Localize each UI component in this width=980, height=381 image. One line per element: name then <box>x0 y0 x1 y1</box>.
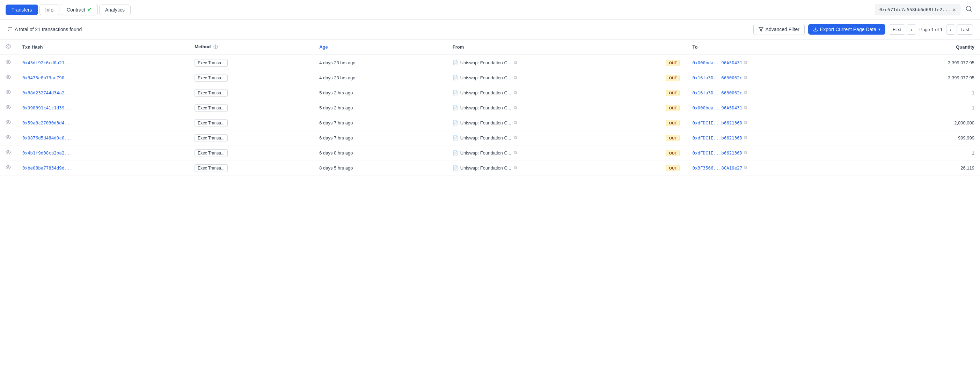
copy-to-icon[interactable]: ⧉ <box>744 120 748 125</box>
to-address-link[interactable]: 0x000bda...96A5D431 <box>692 60 742 65</box>
from-address: Uniswap: Foundation C... <box>460 135 511 140</box>
eye-icon[interactable] <box>6 135 11 141</box>
eye-icon[interactable] <box>6 90 11 96</box>
row-method-cell: Exec Transa... <box>189 55 313 70</box>
last-page-button[interactable]: Last <box>956 24 973 35</box>
txn-hash-link[interactable]: 0x43df92c6cd0a21... <box>22 60 72 65</box>
top-nav: Transfers Info Contract ✔ Analytics 0xe5… <box>0 0 980 19</box>
eye-icon[interactable] <box>6 105 11 111</box>
tab-analytics[interactable]: Analytics <box>99 5 130 15</box>
tab-contract[interactable]: Contract ✔ <box>61 4 98 15</box>
copy-icon[interactable]: ⧉ <box>514 75 517 80</box>
tab-transfers[interactable]: Transfers <box>6 5 38 15</box>
copy-icon[interactable]: ⧉ <box>514 165 517 170</box>
address-badge: 0xe571dc7a558bb6d68ffe2... × <box>875 4 961 15</box>
copy-icon[interactable]: ⧉ <box>514 105 517 110</box>
txn-hash-link[interactable]: 0x0876d5d484d0c0... <box>22 135 72 140</box>
txn-hash-link[interactable]: 0x4b1f9d08cb2ba2... <box>22 150 72 156</box>
copy-to-icon[interactable]: ⧉ <box>744 105 748 110</box>
row-age-cell: 5 days 2 hrs ago <box>313 100 447 115</box>
copy-to-icon[interactable]: ⧉ <box>744 60 748 65</box>
svg-point-8 <box>8 62 9 63</box>
eye-icon[interactable] <box>6 120 11 126</box>
svg-point-11 <box>8 107 9 108</box>
tab-info[interactable]: Info <box>40 5 59 15</box>
transactions-table-container: Txn Hash Method ⓘ Age From To <box>0 40 980 175</box>
txn-hash-link[interactable]: 0x998891c41c1d39... <box>22 105 72 110</box>
document-icon: 📄 <box>453 165 458 171</box>
advanced-filter-button[interactable]: Advanced Filter <box>753 24 805 35</box>
row-eye-cell <box>0 131 17 145</box>
first-page-button[interactable]: First <box>889 24 905 35</box>
address-text: 0xe571dc7a558bb6d68ffe2... <box>880 7 951 12</box>
copy-icon[interactable]: ⧉ <box>514 90 517 95</box>
transactions-summary-area: A total of 21 transactions found <box>7 26 82 33</box>
from-address: Uniswap: Foundation C... <box>460 165 511 171</box>
copy-to-icon[interactable]: ⧉ <box>744 150 748 155</box>
row-from-cell: 📄 Uniswap: Foundation C... ⧉ <box>447 145 660 161</box>
to-address-link[interactable]: 0xdFDC1E...b662136D <box>692 135 742 140</box>
eye-icon[interactable] <box>6 75 11 81</box>
row-txn-hash-cell: 0x3475e8b73ac790... <box>17 70 189 85</box>
method-info-icon: ⓘ <box>213 45 218 49</box>
to-address-link[interactable]: 0x16fa3D...6630062c <box>692 75 742 80</box>
eye-icon[interactable] <box>6 150 11 156</box>
to-address-link[interactable]: 0x000bda...96A5D431 <box>692 105 742 110</box>
row-method-cell: Exec Transa... <box>189 70 313 85</box>
transactions-table: Txn Hash Method ⓘ Age From To <box>0 40 980 175</box>
row-to-cell: 0x000bda...96A5D431 ⧉ <box>687 100 873 115</box>
copy-icon[interactable]: ⧉ <box>514 135 517 140</box>
copy-to-icon[interactable]: ⧉ <box>744 135 748 140</box>
col-txn-hash: Txn Hash <box>17 40 189 55</box>
eye-icon[interactable] <box>6 60 11 66</box>
copy-to-icon[interactable]: ⧉ <box>744 90 748 95</box>
direction-badge: OUT <box>666 60 679 66</box>
row-to-cell: 0xdFDC1E...b662136D ⧉ <box>687 115 873 131</box>
to-address-link[interactable]: 0x16fa3D...6630062c <box>692 90 742 96</box>
svg-point-15 <box>8 167 9 168</box>
table-row: 0x998891c41c1d39... Exec Transa... 5 day… <box>0 100 980 115</box>
from-address: Uniswap: Foundation C... <box>460 150 511 156</box>
tab-analytics-label: Analytics <box>105 7 125 13</box>
copy-icon[interactable]: ⧉ <box>514 60 517 65</box>
txn-hash-link[interactable]: 0x88d232744d34a2... <box>22 90 72 96</box>
sort-icon <box>7 26 13 33</box>
direction-badge: OUT <box>666 120 679 126</box>
copy-to-icon[interactable]: ⧉ <box>744 75 748 80</box>
row-method-cell: Exec Transa... <box>189 100 313 115</box>
txn-hash-link[interactable]: 0xbe08ba77834d9d... <box>22 165 72 171</box>
search-button[interactable] <box>963 3 974 16</box>
method-badge: Exec Transa... <box>194 134 228 142</box>
nav-right: 0xe571dc7a558bb6d68ffe2... × <box>875 3 974 16</box>
row-eye-cell <box>0 85 17 100</box>
next-page-button[interactable]: › <box>946 24 955 35</box>
age-header-label: Age <box>319 45 328 49</box>
to-address-link[interactable]: 0xdFDC1E...b662136D <box>692 120 742 126</box>
row-method-cell: Exec Transa... <box>189 85 313 100</box>
eye-icon[interactable] <box>6 165 11 171</box>
row-txn-hash-cell: 0x0876d5d484d0c0... <box>17 131 189 145</box>
prev-page-button[interactable]: ‹ <box>907 24 916 35</box>
row-direction-cell: OUT <box>660 145 687 161</box>
txn-hash-link[interactable]: 0x59a8c27030d3d4... <box>22 120 72 126</box>
row-txn-hash-cell: 0x998891c41c1d39... <box>17 100 189 115</box>
from-address: Uniswap: Foundation C... <box>460 90 511 96</box>
table-row: 0x59a8c27030d3d4... Exec Transa... 6 day… <box>0 115 980 131</box>
table-row: 0x3475e8b73ac790... Exec Transa... 4 day… <box>0 70 980 85</box>
row-eye-cell <box>0 161 17 175</box>
direction-badge: OUT <box>666 135 679 141</box>
document-icon: 📄 <box>453 135 458 140</box>
close-icon[interactable]: × <box>952 6 956 13</box>
txn-hash-link[interactable]: 0x3475e8b73ac790... <box>22 75 72 80</box>
col-age[interactable]: Age <box>313 40 447 55</box>
from-address: Uniswap: Foundation C... <box>460 120 511 126</box>
copy-icon[interactable]: ⧉ <box>514 120 517 125</box>
export-button[interactable]: Export Current Page Data ▾ <box>808 24 885 35</box>
to-address-link[interactable]: 0x3F3566...8CA19e27 <box>692 165 742 171</box>
table-row: 0x0876d5d484d0c0... Exec Transa... 6 day… <box>0 131 980 145</box>
table-row: 0x4b1f9d08cb2ba2... Exec Transa... 6 day… <box>0 145 980 161</box>
copy-icon[interactable]: ⧉ <box>514 150 517 155</box>
copy-to-icon[interactable]: ⧉ <box>744 165 748 170</box>
to-address-link[interactable]: 0xdFDC1E...b662136D <box>692 150 742 156</box>
col-to: To <box>687 40 873 55</box>
